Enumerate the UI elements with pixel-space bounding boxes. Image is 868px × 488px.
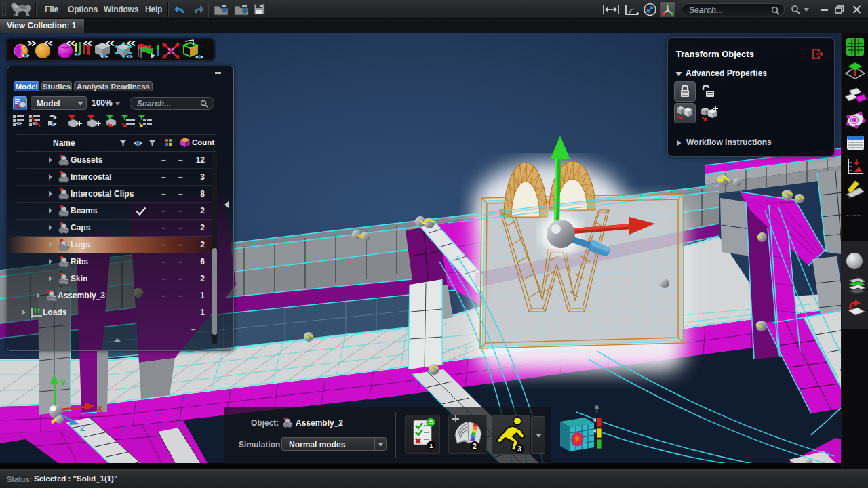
svg-text:X: X	[97, 405, 102, 414]
svg-text:2: 2	[473, 443, 477, 450]
svg-text:Z: Z	[80, 424, 85, 433]
svg-text:1: 1	[429, 442, 433, 449]
svg-text:Y: Y	[60, 378, 66, 388]
svg-text:3: 3	[517, 445, 521, 453]
